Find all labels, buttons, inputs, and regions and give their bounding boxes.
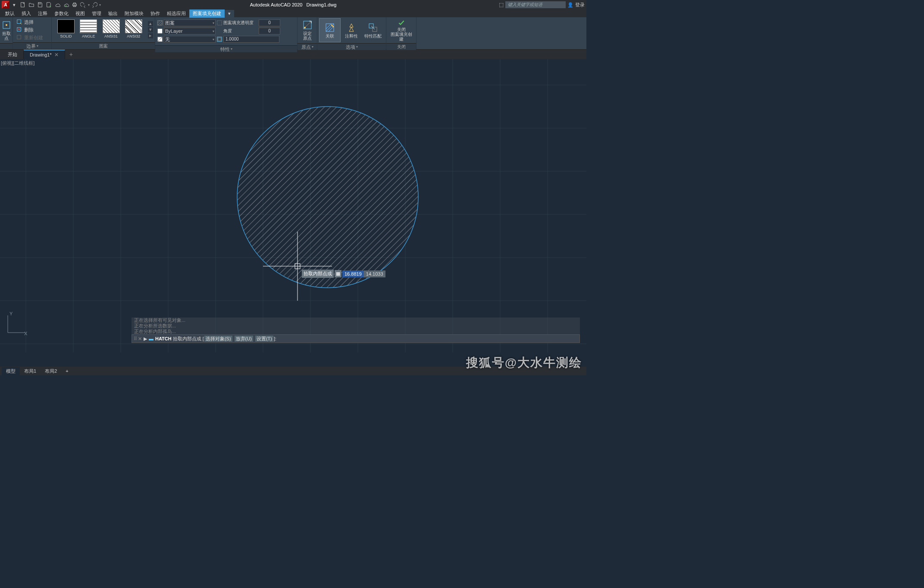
- svg-text:Y: Y: [9, 311, 13, 316]
- tab-addins[interactable]: 附加模块: [121, 9, 147, 18]
- pattern-expand[interactable]: ▸: [148, 33, 153, 38]
- cmd-icon: ▬: [149, 336, 153, 341]
- drawing-area[interactable]: [俯视][二维线框] 拾取内部点或 ▦ 16.8819 14.1033 Y X …: [0, 59, 586, 352]
- close-hatch-button[interactable]: 关闭 图案填充创建: [388, 18, 414, 42]
- input-icon: ▦: [335, 270, 341, 277]
- transparency-label: 图案填充透明度: [223, 20, 258, 26]
- tab-start[interactable]: 开始: [2, 50, 24, 59]
- pattern-type-select[interactable]: 图案▾: [164, 19, 216, 26]
- annotative-button[interactable]: 注释性: [341, 18, 362, 42]
- qat-dropdown[interactable]: ▾: [10, 1, 18, 9]
- none-select[interactable]: 无▾: [164, 36, 216, 43]
- tab-drawing1[interactable]: Drawing1*✕: [24, 50, 65, 59]
- recreate-button[interactable]: 重新创建: [15, 34, 45, 41]
- close-icon[interactable]: ✕: [54, 52, 59, 58]
- tab-default[interactable]: 默认: [2, 9, 18, 18]
- ribbon-tabs: 默认 插入 注释 参数化 视图 管理 输出 附加模块 协作 精选应用 图案填充创…: [0, 9, 586, 17]
- swatch-solid[interactable]: SOLID: [56, 19, 76, 40]
- layout-2[interactable]: 布局2: [41, 367, 61, 375]
- open-icon[interactable]: [28, 1, 35, 9]
- associative-button[interactable]: 关联: [319, 18, 341, 42]
- cloud-save-icon[interactable]: [62, 1, 70, 9]
- tab-featured[interactable]: 精选应用: [163, 9, 189, 18]
- set-origin-button[interactable]: 设定 原点: [299, 18, 315, 42]
- command-history: 正在选择所有可见对象...正在分析所选数据...正在分析内部孤岛...: [132, 318, 580, 334]
- add-tab-button[interactable]: +: [65, 50, 77, 59]
- svg-rect-10: [158, 29, 163, 34]
- share-icon[interactable]: ⬚: [499, 2, 504, 8]
- new-icon[interactable]: [19, 1, 27, 9]
- panel-close-title: 关闭: [386, 43, 416, 50]
- panel-origin-title[interactable]: 原点▾: [298, 43, 317, 50]
- pick-points-button[interactable]: 拾取点: [0, 18, 13, 42]
- svg-rect-0: [21, 3, 25, 7]
- tab-annotate[interactable]: 注释: [34, 9, 51, 18]
- command-window[interactable]: 正在选择所有可见对象...正在分析所选数据...正在分析内部孤岛... ⠿ ✕ …: [132, 318, 580, 343]
- pattern-prev[interactable]: ▴: [148, 21, 153, 26]
- panel-options-title[interactable]: 选项▾: [317, 43, 386, 50]
- match-properties-button[interactable]: 特性匹配: [362, 18, 384, 42]
- tab-expand[interactable]: ▾: [225, 10, 234, 17]
- redo-icon[interactable]: [91, 1, 98, 9]
- title-bar: A ▾ ▾ ▾ Autodesk AutoCAD 2020 Drawing1.d…: [0, 0, 586, 9]
- pattern-next[interactable]: ▾: [148, 27, 153, 32]
- svg-rect-14: [218, 38, 221, 41]
- tab-parametric[interactable]: 参数化: [51, 9, 72, 18]
- svg-rect-13: [217, 21, 222, 25]
- tab-insert[interactable]: 插入: [18, 9, 34, 18]
- angle-input[interactable]: 0: [259, 28, 280, 35]
- close-cmd-icon[interactable]: ✕: [138, 336, 142, 342]
- swatch-ansi31[interactable]: ANSI31: [101, 19, 121, 40]
- svg-point-17: [304, 27, 306, 28]
- tab-collab[interactable]: 协作: [147, 9, 163, 18]
- undo-dd[interactable]: ▾: [88, 3, 90, 7]
- panel-pattern-title: 图案: [52, 42, 155, 49]
- hatched-circle[interactable]: [237, 107, 418, 288]
- layer-select[interactable]: ByLayer▾: [164, 28, 216, 35]
- layout-model[interactable]: 模型: [2, 367, 20, 375]
- svg-rect-2: [73, 3, 75, 4]
- scale-input[interactable]: 1.0000: [223, 36, 279, 43]
- cloud-open-icon[interactable]: [53, 1, 61, 9]
- login-icon[interactable]: 👤: [567, 2, 573, 8]
- transparency-input[interactable]: 0: [259, 19, 280, 26]
- app-logo-icon[interactable]: A: [2, 1, 9, 9]
- select-button[interactable]: 选择: [15, 18, 45, 26]
- saveas-icon[interactable]: [45, 1, 53, 9]
- undo-icon[interactable]: [79, 1, 87, 9]
- tab-view[interactable]: 视图: [72, 9, 88, 18]
- svg-point-8: [6, 24, 7, 26]
- redo-dd[interactable]: ▾: [99, 3, 101, 7]
- watermark: 搜狐号@大水牛测绘: [466, 355, 582, 371]
- dynamic-input: 拾取内部点或 ▦ 16.8819 14.1033: [302, 270, 385, 278]
- swatch-ansi32[interactable]: ANSI32: [124, 19, 144, 40]
- angle-label: 角度: [223, 28, 258, 34]
- tab-output[interactable]: 输出: [105, 9, 121, 18]
- coord-y[interactable]: 14.1033: [364, 270, 385, 277]
- tab-hatch-creation[interactable]: 图案填充创建: [189, 9, 225, 18]
- svg-text:X: X: [24, 331, 28, 336]
- chevron-right-icon[interactable]: ▶: [144, 336, 147, 342]
- remove-button[interactable]: 删除: [15, 26, 45, 34]
- command-input[interactable]: HATCH 拾取内部点或 [选择对象(S) 放弃(U) 设置(T)]:: [155, 336, 578, 342]
- coord-x[interactable]: 16.8819: [342, 270, 364, 277]
- layout-1[interactable]: 布局1: [20, 367, 41, 375]
- ucs-icon[interactable]: Y X: [3, 311, 29, 337]
- search-input[interactable]: 键入关键字或短语: [505, 1, 566, 8]
- svg-rect-6: [17, 35, 21, 39]
- panel-boundary-title[interactable]: 边界▾: [13, 42, 51, 49]
- swatch-angle[interactable]: ANGLE: [78, 19, 98, 40]
- layout-add[interactable]: +: [61, 368, 72, 374]
- save-icon[interactable]: [36, 1, 44, 9]
- window-title: Autodesk AutoCAD 2020 Drawing1.dwg: [250, 2, 337, 7]
- panel-properties-title[interactable]: 特性▾: [155, 45, 297, 52]
- ribbon: 选择 删除 重新创建 边界▾ 拾取点 SOLID ANGLE ANSI31 AN…: [0, 17, 586, 50]
- print-icon[interactable]: [71, 1, 78, 9]
- grip-icon[interactable]: ⠿: [134, 336, 136, 342]
- tab-manage[interactable]: 管理: [88, 9, 105, 18]
- login-button[interactable]: 登录: [575, 2, 585, 8]
